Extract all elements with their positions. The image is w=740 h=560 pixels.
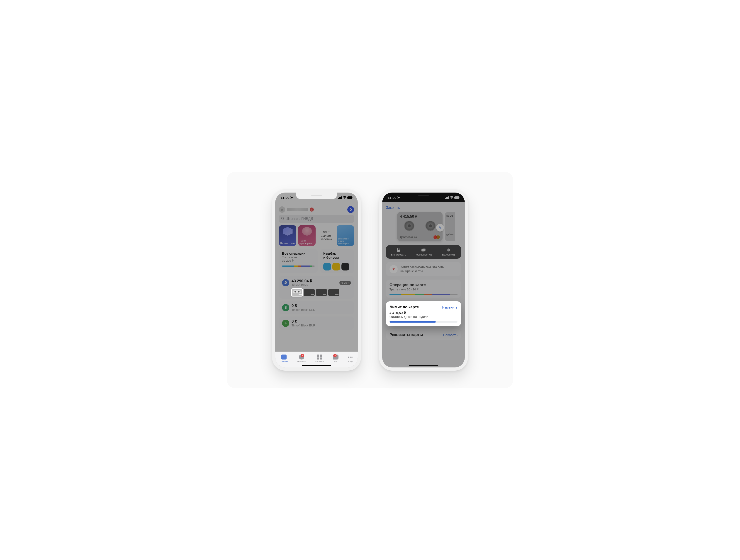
signal-icon [338,196,342,199]
home-indicator[interactable] [409,365,438,366]
battery-icon [347,196,352,199]
limit-amount: 4 415,50 ₽ [389,311,458,315]
ops-amount: 32 229 ₽ [282,259,315,262]
svg-line-1 [283,219,284,220]
phone-left: 11:00 ➤ A 1 O Штрафы ГИБД [272,189,361,371]
account-balance: 43 290,04 ₽ [292,278,312,284]
account-eur[interactable]: € 0 € Tinkoff Black EUR [279,317,354,330]
snowflake-icon: ❄ [446,248,451,252]
cashback-title: Кэшбэк и бонусы [323,251,351,260]
reissue-card-button[interactable]: Перевыпустить [411,245,436,259]
dollar-icon: $ [282,304,289,311]
debit-card[interactable]: 4 415,50 ₽ Дебетовая ка ✎ [397,212,443,241]
story-quiz[interactable]: Вы хорошо знаете Тинькофф? [337,225,354,246]
cashback-card[interactable]: Кэшбэк и бонусы [320,249,354,273]
tab-chat[interactable]: 2Чат [333,354,339,362]
change-limit-button[interactable]: Изменить [442,305,458,309]
wifi-icon [450,196,453,200]
heart-icon: ♥ [389,265,398,273]
account-usd[interactable]: $ 0 $ Tinkoff Black USD [279,301,354,314]
ops-sub: Трат в июне [282,256,315,259]
story-care-package[interactable]: Ваш пакет заботы [317,225,335,246]
phone-right: 11:00 ➤ Закрыть 4 415,50 ₽ Де [379,189,468,371]
avatar[interactable]: A [279,206,285,213]
crown-badge: ♛16 ₽ [340,281,351,285]
limit-remaining: осталось до конца недели [389,315,458,319]
show-requisites-button[interactable]: Показать [443,333,458,337]
card-limit: Лимит по карте Изменить 4 415,50 ₽ остал… [386,301,461,326]
euro-icon: € [282,320,289,327]
location-icon: ➤ [290,196,293,200]
close-button[interactable]: Закрыть [386,206,400,210]
card-actions: Блокировать Перевыпустить ❄ Заморозить [386,245,461,259]
crown-icon: ♛ [341,282,344,284]
search-icon [281,217,284,221]
cards-icon [421,248,426,252]
spend-bar [282,265,315,267]
notification-badge[interactable]: 1 [310,208,314,212]
account-name: Tinkoff Black [292,284,312,287]
tab-payments[interactable]: 1Платежи [297,354,306,362]
card-requisites[interactable]: Реквизиты карты Показать [386,329,461,340]
mini-card-selected[interactable] [292,289,302,296]
status-time: 11:00 [388,196,396,200]
info-banner[interactable]: ♥ Хотим рассказать вам, что есть на экра… [386,262,461,276]
home-indicator[interactable] [302,365,331,366]
svg-rect-4 [423,248,426,251]
tab-more[interactable]: Еще [348,354,353,362]
limit-progress [389,321,458,323]
tab-home[interactable]: Главная [280,354,288,362]
cashback-categories [323,263,351,270]
cassette-reels-icon [404,221,436,231]
card-balance: 4 415,50 ₽ [400,214,440,219]
ruble-icon: ₽ [282,279,289,286]
svg-rect-2 [397,250,400,252]
brush-icon: ✎ [439,226,442,230]
story-frequent-spending[interactable]: Частые траты [279,225,296,246]
next-card-peek[interactable]: 43 29 Дебето [445,212,455,241]
status-time: 11:00 [281,196,289,200]
card-operations[interactable]: Операции по карте Трат в июне 20 434 ₽ [386,279,461,298]
brand-badge[interactable]: O [347,206,354,213]
ops-title: Все операции [282,251,315,255]
limit-title: Лимит по карте [389,305,419,310]
mini-card[interactable] [316,289,327,296]
mini-card[interactable] [304,289,315,296]
wifi-icon [343,196,347,200]
all-operations-card[interactable]: Все операции Трат в июне 32 229 ₽ [279,249,318,273]
ops-bar [389,294,458,295]
mini-cards-row [292,289,351,296]
search-placeholder: Штрафы ГИБДД [286,217,313,221]
account-rub[interactable]: ₽ 43 290,04 ₽ Tinkoff Black ♛16 ₽ [279,276,354,299]
signal-icon [445,196,449,199]
mastercard-icon [434,235,440,239]
username-blurred [287,208,308,211]
header: A 1 O [275,203,358,215]
freeze-card-button[interactable]: ❄ Заморозить [436,245,461,259]
story-restaurants[interactable]: Траты в ресторанах [298,225,315,246]
lock-icon [396,248,401,252]
mini-card[interactable] [328,289,339,296]
block-card-button[interactable]: Блокировать [386,245,411,259]
notch [403,193,444,199]
tab-services[interactable]: Сервисы [315,354,324,362]
location-icon: ➤ [397,196,400,200]
card-type-label: Дебетовая ка [400,236,417,239]
notch [296,193,337,199]
customize-card-button[interactable]: ✎ [436,224,444,231]
search-input[interactable]: Штрафы ГИБДД [279,215,354,223]
battery-icon [454,196,459,199]
